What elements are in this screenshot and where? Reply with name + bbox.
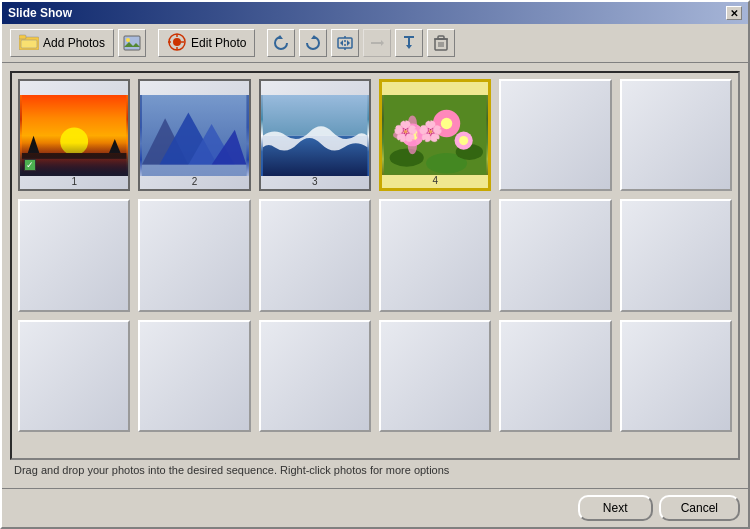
title-bar: Slide Show ✕ <box>2 2 748 24</box>
rotate-right-button[interactable] <box>299 29 327 57</box>
next-button[interactable]: Next <box>578 495 653 521</box>
edit-photo-button[interactable]: Edit Photo <box>158 29 255 57</box>
photo-slot-11[interactable] <box>499 199 611 311</box>
svg-rect-31 <box>22 153 126 159</box>
photo-slot-1[interactable]: ✓ 1 <box>18 79 130 191</box>
photo-grid-wrapper[interactable]: ✓ 1 <box>10 71 740 460</box>
photo-slot-16[interactable] <box>379 320 491 432</box>
svg-rect-3 <box>124 36 140 50</box>
slide-show-window: Slide Show ✕ Add Photos <box>0 0 750 529</box>
svg-point-55 <box>416 131 432 140</box>
svg-marker-18 <box>381 40 384 46</box>
photo-slot-5[interactable] <box>499 79 611 191</box>
photo-slot-15[interactable] <box>259 320 371 432</box>
svg-marker-16 <box>347 40 350 46</box>
edit-photo-label: Edit Photo <box>191 36 246 50</box>
toolbar: Add Photos Edit Photo <box>2 24 748 63</box>
flowers-photo-img <box>382 95 488 175</box>
photo-slot-13[interactable] <box>18 320 130 432</box>
mountains-photo-img <box>140 95 248 176</box>
svg-rect-1 <box>19 35 26 39</box>
svg-rect-24 <box>438 36 444 39</box>
add-photos-label: Add Photos <box>43 36 105 50</box>
add-photos-button[interactable]: Add Photos <box>10 29 114 57</box>
svg-rect-2 <box>21 40 37 48</box>
photo-number-2: 2 <box>140 176 248 187</box>
window-title: Slide Show <box>8 6 72 20</box>
content-area: ✓ 1 <box>2 63 748 488</box>
svg-point-52 <box>408 116 417 132</box>
svg-point-30 <box>60 127 88 155</box>
photo-slot-2[interactable]: 2 <box>138 79 250 191</box>
svg-point-43 <box>390 149 424 167</box>
photo-slot-7[interactable] <box>18 199 130 311</box>
photo-grid: ✓ 1 <box>18 79 732 432</box>
svg-point-47 <box>407 129 418 140</box>
cancel-button[interactable]: Cancel <box>659 495 740 521</box>
photo-number-4: 4 <box>382 175 488 186</box>
move-down-button[interactable] <box>395 29 423 57</box>
status-bar: Drag and drop your photos into the desir… <box>10 460 740 480</box>
close-button[interactable]: ✕ <box>726 6 742 20</box>
edit-icon <box>167 33 187 54</box>
svg-point-4 <box>126 38 130 42</box>
svg-point-49 <box>441 118 452 129</box>
image-icon-button[interactable] <box>118 29 146 57</box>
photo-number-3: 3 <box>261 176 369 187</box>
flip-button[interactable] <box>331 29 359 57</box>
photo-slot-4[interactable]: 4 <box>379 79 491 191</box>
svg-rect-39 <box>142 164 246 176</box>
rotate-left-button[interactable] <box>267 29 295 57</box>
photo-slot-10[interactable] <box>379 199 491 311</box>
photo-slot-12[interactable] <box>620 199 732 311</box>
svg-point-51 <box>459 136 468 145</box>
svg-point-53 <box>408 139 417 155</box>
photo-slot-6[interactable] <box>620 79 732 191</box>
photo-number-1: 1 <box>20 176 128 187</box>
waves-photo-img <box>261 95 369 176</box>
svg-rect-28 <box>22 95 126 153</box>
photo-slot-14[interactable] <box>138 320 250 432</box>
photo-check-1: ✓ <box>24 159 36 171</box>
photo-slot-18[interactable] <box>620 320 732 432</box>
svg-marker-20 <box>406 45 412 49</box>
photo-slot-9[interactable] <box>259 199 371 311</box>
folder-icon <box>19 34 39 53</box>
photo-slot-8[interactable] <box>138 199 250 311</box>
svg-point-46 <box>401 124 424 147</box>
sunset-photo-img <box>20 95 128 176</box>
svg-point-54 <box>393 131 409 140</box>
photo-slot-3[interactable]: 3 <box>259 79 371 191</box>
svg-point-6 <box>173 38 181 46</box>
delete-button[interactable] <box>427 29 455 57</box>
photo-slot-17[interactable] <box>499 320 611 432</box>
hint-text: Drag and drop your photos into the desir… <box>14 464 449 476</box>
svg-marker-15 <box>340 40 343 46</box>
move-disabled-button <box>363 29 391 57</box>
svg-rect-29 <box>22 153 126 176</box>
footer: Next Cancel <box>2 488 748 527</box>
